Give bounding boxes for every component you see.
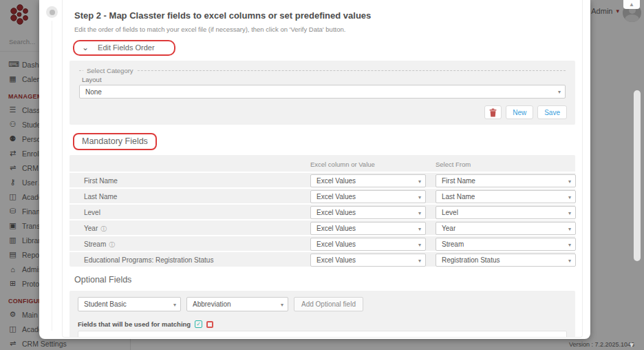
excel-column-select[interactable]: Excel Values▾ bbox=[310, 206, 426, 219]
save-layout-button[interactable]: Save bbox=[537, 105, 567, 119]
optional-category-value: Student Basic bbox=[84, 300, 127, 308]
caret-down-icon: ▾ bbox=[418, 241, 421, 247]
caret-down-icon: ▾ bbox=[418, 257, 421, 263]
select-value: Registration Status bbox=[442, 256, 500, 264]
chevron-down-icon: ⌄ bbox=[82, 45, 89, 50]
select-from-select[interactable]: Registration Status▾ bbox=[436, 254, 576, 267]
select-value: First Name bbox=[442, 177, 475, 185]
layout-label: Layout bbox=[82, 76, 566, 83]
optional-fields-panel: Student Basic ▾ Abbreviation ▾ Add Optio… bbox=[69, 291, 575, 338]
caret-down-icon: ▾ bbox=[568, 257, 571, 263]
select-category-panel: Select Category Layout None ▾ bbox=[69, 61, 575, 125]
mandatory-field-row: YearⓘExcel Values▾Year▾ bbox=[69, 219, 575, 235]
select-category-fieldset: Select Category Layout None ▾ bbox=[79, 70, 566, 99]
delete-layout-button[interactable] bbox=[484, 105, 502, 119]
caret-down-icon: ▾ bbox=[568, 209, 571, 216]
field-label: Level bbox=[84, 209, 100, 216]
field-label: Last Name bbox=[84, 193, 117, 200]
caret-down-icon: ▾ bbox=[418, 178, 421, 184]
mandatory-field-row: LevelExcel Values▾Level▾ bbox=[69, 203, 575, 219]
caret-down-icon: ▾ bbox=[281, 301, 283, 307]
excel-column-select[interactable]: Excel Values▾ bbox=[310, 238, 426, 251]
select-value: Year bbox=[442, 225, 455, 232]
column-header-excel: Excel column or Value bbox=[310, 161, 375, 168]
select-from-select[interactable]: Last Name▾ bbox=[436, 190, 576, 203]
scrollbar-thumb[interactable] bbox=[634, 90, 641, 261]
step-indicator-dot bbox=[46, 6, 58, 18]
select-from-select[interactable]: Stream▾ bbox=[436, 238, 576, 251]
app-root: Search... ⌨Dashboard▦CalendarMANAGEMENT☰… bbox=[0, 0, 644, 350]
excel-column-select[interactable]: Excel Values▾ bbox=[310, 190, 426, 203]
select-value: Excel Values bbox=[316, 177, 356, 185]
excel-column-select[interactable]: Excel Values▾ bbox=[310, 174, 426, 187]
select-value: Excel Values bbox=[316, 193, 356, 200]
caret-down-icon: ▾ bbox=[568, 178, 571, 184]
step-indicator-line bbox=[52, 21, 52, 331]
caret-down-icon: ▾ bbox=[418, 194, 421, 200]
step-subtitle: Edit the order of fields to match your e… bbox=[69, 25, 575, 33]
scroll-up-icon[interactable]: ▲ bbox=[623, 0, 640, 9]
new-layout-button[interactable]: New bbox=[506, 105, 533, 119]
excel-column-select[interactable]: Excel Values▾ bbox=[310, 254, 426, 267]
wizard-step-content: Step 2 - Map Classter fields to excel co… bbox=[62, 0, 583, 338]
field-label: Streamⓘ bbox=[84, 240, 115, 249]
excel-column-select[interactable]: Excel Values▾ bbox=[310, 222, 426, 235]
select-value: Level bbox=[442, 209, 458, 216]
field-label: Educational Programs: Registration Statu… bbox=[84, 256, 213, 264]
layout-select-value: None bbox=[85, 88, 102, 96]
select-all-check-icon[interactable]: ✓ bbox=[195, 320, 202, 328]
mandatory-field-row: Educational Programs: Registration Statu… bbox=[69, 251, 575, 267]
caret-down-icon: ▾ bbox=[418, 225, 421, 231]
info-icon[interactable]: ⓘ bbox=[109, 241, 115, 248]
select-value: Stream bbox=[442, 240, 464, 248]
select-category-legend: Select Category bbox=[83, 67, 137, 74]
layout-select[interactable]: None ▾ bbox=[79, 85, 566, 99]
caret-down-icon: ▾ bbox=[173, 301, 176, 307]
mandatory-fields-table: Excel column or Value Select From First … bbox=[69, 155, 575, 267]
select-value: Excel Values bbox=[316, 240, 356, 248]
trash-icon bbox=[489, 108, 497, 117]
optional-fields-heading: Optional Fields bbox=[74, 275, 131, 285]
add-optional-field-button[interactable]: Add Optional field bbox=[294, 297, 363, 311]
optional-field-value: Abbreviation bbox=[193, 300, 231, 308]
caret-down-icon: ▾ bbox=[418, 209, 421, 216]
mandatory-fields-heading: Mandatory Fields bbox=[73, 133, 157, 150]
optional-field-select[interactable]: Abbreviation ▾ bbox=[186, 297, 288, 311]
edit-fields-order-toggle[interactable]: ⌄ Edit Fields Order bbox=[73, 40, 175, 56]
mandatory-field-row: StreamⓘExcel Values▾Stream▾ bbox=[69, 235, 575, 251]
select-value: Last Name bbox=[442, 193, 475, 200]
mandatory-field-row: Last NameExcel Values▾Last Name▾ bbox=[69, 187, 575, 203]
scroll-down-icon[interactable]: ▼ bbox=[623, 341, 640, 350]
matching-fields-input[interactable] bbox=[78, 331, 567, 338]
select-value: Excel Values bbox=[316, 225, 356, 232]
select-value: Excel Values bbox=[316, 209, 356, 216]
optional-category-select[interactable]: Student Basic ▾ bbox=[78, 297, 181, 311]
field-label: Yearⓘ bbox=[84, 225, 107, 234]
caret-down-icon: ▾ bbox=[558, 89, 561, 95]
mandatory-field-row: First NameExcel Values▾First Name▾ bbox=[69, 172, 575, 187]
edit-fields-order-label: Edit Fields Order bbox=[98, 43, 155, 52]
caret-down-icon: ▾ bbox=[568, 241, 571, 247]
step-title: Step 2 - Map Classter fields to excel co… bbox=[69, 10, 575, 21]
column-header-select-from: Select From bbox=[436, 161, 471, 168]
select-from-select[interactable]: Year▾ bbox=[436, 222, 576, 235]
matching-fields-label: Fields that will be used for matching bbox=[78, 320, 191, 328]
select-from-select[interactable]: First Name▾ bbox=[436, 174, 576, 187]
clear-selection-icon[interactable] bbox=[206, 321, 213, 328]
mandatory-table-header: Excel column or Value Select From bbox=[69, 155, 575, 172]
field-label: First Name bbox=[84, 177, 118, 185]
select-value: Excel Values bbox=[316, 256, 356, 264]
import-wizard-modal: Step 2 - Map Classter fields to excel co… bbox=[39, 0, 590, 339]
caret-down-icon: ▾ bbox=[568, 225, 571, 231]
select-from-select[interactable]: Level▾ bbox=[436, 206, 576, 219]
info-icon[interactable]: ⓘ bbox=[100, 225, 107, 232]
caret-down-icon: ▾ bbox=[568, 194, 571, 200]
